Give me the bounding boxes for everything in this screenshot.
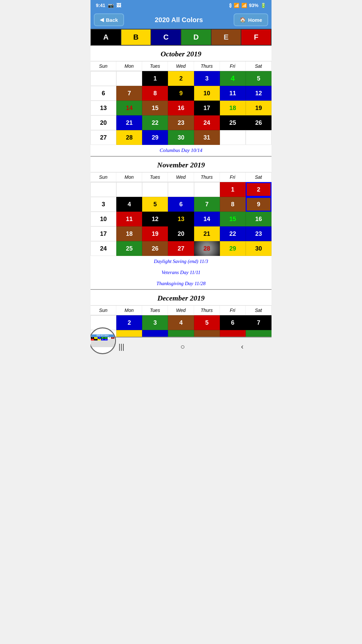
nov-day-28: 28: [194, 241, 220, 256]
oct-day-8: 8: [142, 86, 168, 101]
dec-header-wed: Wed: [168, 306, 194, 315]
nov-day-27: 27: [168, 241, 194, 256]
battery-icon: 🔋: [260, 3, 266, 8]
dec-day-1: 2020 All Colors 1 2 3 4 5 6 7 8 9 10: [90, 315, 116, 330]
tab-a[interactable]: A: [91, 30, 121, 45]
oct-day-empty1: [90, 71, 116, 86]
oct-day-10: 10: [194, 86, 220, 101]
nov-day-21: 21: [194, 226, 220, 241]
dec-day-6: 6: [220, 315, 246, 330]
oct-day-empty3: [220, 130, 246, 145]
nov-day-10: 10: [90, 212, 116, 226]
nov-note-veterans: Veterans Day 11/11: [90, 267, 272, 278]
back-button[interactable]: ◀ Back: [94, 13, 124, 26]
dec-row2-fri: [220, 330, 246, 337]
oct-day-28: 28: [116, 130, 142, 145]
dec-row2-sat: [246, 330, 272, 337]
oct-day-20: 20: [90, 115, 116, 130]
nov-header-thu: Thurs: [194, 172, 220, 182]
october-grid: Sun Mon Tues Wed Thurs Fri Sat 1 2 3 4 5…: [90, 61, 272, 145]
nov-empty4: [168, 182, 194, 197]
nov-header-tue: Tues: [142, 172, 168, 182]
oct-day-22: 22: [142, 115, 168, 130]
dec-day-4: 4: [168, 315, 194, 330]
nov-note-dst: Daylight Saving (end) 11/3: [90, 256, 272, 267]
back-arrow-icon: ◀: [100, 17, 104, 23]
dec-day-7: 7: [246, 315, 272, 330]
nov-day-19: 19: [142, 226, 168, 241]
november-grid: Sun Mon Tues Wed Thurs Fri Sat 1 2 3 4 5…: [90, 172, 272, 256]
dec-row2-thu: [194, 330, 220, 337]
dec-header-thu: Thurs: [194, 306, 220, 315]
nov-day-5: 5: [142, 197, 168, 212]
tabs-row: A B C D E F: [90, 29, 272, 46]
nov-header-mon: Mon: [116, 172, 142, 182]
status-bar: 9:41 📷 🖼 ₿ 📶 📶 93% 🔋: [90, 0, 272, 11]
oct-day-4: 4: [220, 71, 246, 86]
nov-day-29: 29: [220, 241, 246, 256]
oct-day-30: 30: [168, 130, 194, 145]
oct-day-18: 18: [220, 101, 246, 115]
tab-d[interactable]: D: [181, 30, 212, 45]
oct-day-15: 15: [142, 101, 168, 115]
oct-day-11: 11: [220, 86, 246, 101]
status-time: 9:41: [96, 3, 105, 8]
dec-header-sat: Sat: [246, 306, 272, 315]
oct-note-columbus: Columbus Day 10/14: [90, 145, 272, 156]
nov-empty1: [90, 182, 116, 197]
oct-day-29: 29: [142, 130, 168, 145]
tab-f[interactable]: F: [241, 30, 271, 45]
nov-header-fri: Fri: [220, 172, 246, 182]
november-title: November 2019: [90, 157, 272, 172]
nov-header-wed: Wed: [168, 172, 194, 182]
oct-header-fri: Fri: [220, 61, 246, 71]
october-title: October 2019: [90, 46, 272, 61]
nav-home-icon[interactable]: ○: [180, 342, 185, 351]
nov-empty2: [116, 182, 142, 197]
nav-menu-icon[interactable]: |||: [119, 342, 124, 351]
nov-header-sat: Sat: [246, 172, 272, 182]
nov-day-20: 20: [168, 226, 194, 241]
oct-day-26: 26: [246, 115, 272, 130]
home-button[interactable]: 🏠 Home: [234, 13, 268, 26]
oct-header-mon: Mon: [116, 61, 142, 71]
nov-day-12: 12: [142, 212, 168, 226]
oct-day-19: 19: [246, 101, 272, 115]
nav-bar: ||| ○ ‹: [90, 337, 272, 356]
oct-header-thu: Thurs: [194, 61, 220, 71]
nov-day-17: 17: [90, 226, 116, 241]
oct-day-5: 5: [246, 71, 272, 86]
december-grid: Sun Mon Tues Wed Thurs Fri Sat 2020 All …: [90, 305, 272, 337]
nov-empty3: [142, 182, 168, 197]
october-calendar: October 2019 Sun Mon Tues Wed Thurs Fri …: [90, 46, 272, 157]
tab-e[interactable]: E: [212, 30, 242, 45]
nov-day-24: 24: [90, 241, 116, 256]
nov-day-26: 26: [142, 241, 168, 256]
oct-day-9: 9: [168, 86, 194, 101]
nov-day-1: 1: [220, 182, 246, 197]
nov-day-7: 7: [194, 197, 220, 212]
oct-day-13: 13: [90, 101, 116, 115]
tab-b[interactable]: B: [121, 30, 152, 45]
oct-day-empty4: [246, 130, 272, 145]
tab-c[interactable]: C: [151, 30, 181, 45]
oct-day-12: 12: [246, 86, 272, 101]
oct-day-6: 6: [90, 86, 116, 101]
oct-day-17: 17: [194, 101, 220, 115]
nov-note-thanksgiving: Thanksgiving Day 11/28: [90, 278, 272, 289]
nav-back-icon[interactable]: ‹: [241, 342, 243, 351]
nov-day-15: 15: [220, 212, 246, 226]
image-icon: 🖼: [116, 3, 121, 8]
oct-header-sun: Sun: [90, 61, 116, 71]
dec-day-5: 5: [194, 315, 220, 330]
december-calendar: December 2019 Sun Mon Tues Wed Thurs Fri…: [90, 290, 272, 337]
nov-day-13: 13: [168, 212, 194, 226]
oct-day-31: 31: [194, 130, 220, 145]
oct-day-empty2: [116, 71, 142, 86]
wifi-icon: 📶: [234, 3, 239, 8]
page-title: 2020 All Colors: [155, 16, 203, 24]
dec-header-tue: Tues: [142, 306, 168, 315]
oct-header-wed: Wed: [168, 61, 194, 71]
nov-day-9: 9: [246, 197, 272, 212]
oct-day-21: 21: [116, 115, 142, 130]
